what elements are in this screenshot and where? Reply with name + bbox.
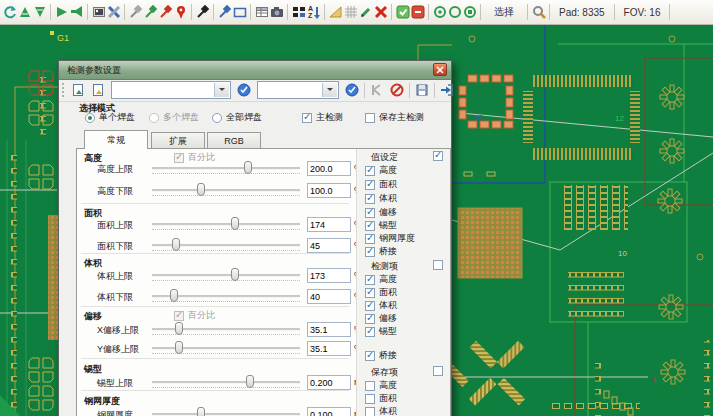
ruler-icon[interactable] [328,3,343,21]
circle-dot-icon[interactable] [432,3,447,21]
pin-blue-icon[interactable] [217,3,232,21]
param-set-combobox[interactable] [111,81,231,99]
combo-dropdown-button[interactable] [214,83,229,97]
value-set-shape[interactable]: 锡型 [365,219,397,232]
pin-red-icon[interactable] [158,3,173,21]
select-mode-label[interactable]: 选择 [494,5,514,19]
area-upper-slider[interactable] [152,217,300,231]
height-upper-slider[interactable] [152,161,300,175]
save-height[interactable]: 高度 [365,379,397,392]
volume-upper-slider[interactable] [152,268,300,282]
save-params-icon[interactable] [88,81,108,99]
slider-thumb[interactable] [231,217,239,230]
circle-icon[interactable] [447,3,462,21]
rotate-icon[interactable] [2,3,17,21]
sort-az-icon[interactable]: AZ [306,3,321,21]
radio-multi-pad[interactable]: 多个焊盘 [149,111,199,124]
zoom-a-down-icon[interactable] [32,3,47,21]
stop-red-icon[interactable] [410,3,425,21]
apply-green-icon[interactable] [395,3,410,21]
exit-icon[interactable] [437,81,457,99]
value-set-offset[interactable]: 偏移 [365,206,397,219]
value-set-height[interactable]: 高度 [365,164,397,177]
detect-area[interactable]: 面积 [365,286,397,299]
magnifier-icon[interactable] [531,3,546,21]
pin-black-icon[interactable] [195,3,210,21]
x-offset-slider[interactable] [152,322,300,336]
slider-thumb[interactable] [175,341,183,354]
slider-thumb[interactable] [244,161,252,174]
map-pin-icon[interactable] [173,3,188,21]
save-volume[interactable]: 体积 [365,405,397,416]
dialog-title-bar[interactable]: 检测参数设置 [59,61,451,80]
slider-thumb[interactable] [197,183,205,196]
slider-thumb[interactable] [197,407,205,416]
radio-all-pads[interactable]: 全部焊盘 [212,111,262,124]
camera-icon[interactable] [269,3,284,21]
tab-extended[interactable]: 扩展 [151,132,205,148]
y-offset-slider[interactable] [152,341,300,355]
flag-icon[interactable] [54,3,69,21]
apply-group-icon[interactable] [342,81,362,99]
param-group-combobox[interactable] [257,81,339,99]
pencil-green-icon[interactable] [358,3,373,21]
detect-height[interactable]: 高度 [365,273,397,286]
detect-shape[interactable]: 锡型 [365,325,397,338]
apply-param-icon[interactable] [234,81,254,99]
detect-bridge[interactable]: 桥接 [365,349,397,362]
circle-square-icon[interactable] [462,3,477,21]
value-set-volume[interactable]: 体积 [365,192,397,205]
delete-red-icon[interactable] [373,3,388,21]
tab-rgb[interactable]: RGB [207,132,261,148]
toolbar-grip[interactable] [62,83,64,97]
save-area[interactable]: 面积 [365,392,397,405]
pin-gray-icon[interactable] [128,3,143,21]
y-offset-input[interactable] [307,341,351,356]
detect-volume[interactable]: 体积 [365,299,397,312]
value-setting-master-checkbox[interactable] [433,151,443,161]
stencil-thickness-input[interactable] [307,407,351,416]
close-button[interactable] [433,63,447,76]
area-lower-input[interactable] [307,238,351,253]
height-upper-input[interactable] [307,161,351,176]
x-offset-input[interactable] [307,322,351,337]
check-save-main-detect[interactable]: 保存主检测 [365,111,424,124]
value-set-stencil[interactable]: 钢网厚度 [365,232,415,245]
slider-thumb[interactable] [170,289,178,302]
check-main-detect[interactable]: 主检测 [302,111,343,124]
slider-thumb[interactable] [246,375,254,388]
image-icon[interactable] [91,3,106,21]
value-set-area[interactable]: 面积 [365,178,397,191]
horn-icon[interactable] [69,3,84,21]
select-rect-icon[interactable] [232,3,247,21]
slider-thumb[interactable] [172,238,180,251]
volume-upper-input[interactable] [307,268,351,283]
tab-general[interactable]: 常规 [84,130,148,149]
volume-lower-input[interactable] [307,289,351,304]
detect-items-master-checkbox[interactable] [433,260,443,270]
shape-upper-slider[interactable] [152,375,300,389]
height-lower-slider[interactable] [152,183,300,197]
block-icon[interactable] [387,81,407,99]
stencil-thickness-slider[interactable] [152,407,300,416]
detect-offset[interactable]: 偏移 [365,312,397,325]
tiles-icon[interactable] [291,3,306,21]
zoom-a-up-icon[interactable] [17,3,32,21]
value-set-bridge[interactable]: 桥接 [365,245,397,258]
save-disk-icon[interactable] [412,81,432,99]
shape-upper-input[interactable] [307,375,351,390]
area-upper-input[interactable] [307,217,351,232]
mesh-icon[interactable] [343,3,358,21]
height-lower-input[interactable] [307,183,351,198]
slider-thumb[interactable] [231,268,239,281]
save-items-master-checkbox[interactable] [433,366,443,376]
table-icon[interactable] [254,3,269,21]
tools-icon[interactable] [106,3,121,21]
slider-thumb[interactable] [175,322,183,335]
combo-dropdown-button[interactable] [322,83,337,97]
pin-green-icon[interactable] [143,3,158,21]
load-params-icon[interactable] [68,81,88,99]
volume-lower-slider[interactable] [152,289,300,303]
area-lower-slider[interactable] [152,238,300,252]
radio-single-pad[interactable]: 单个焊盘 [85,111,135,124]
